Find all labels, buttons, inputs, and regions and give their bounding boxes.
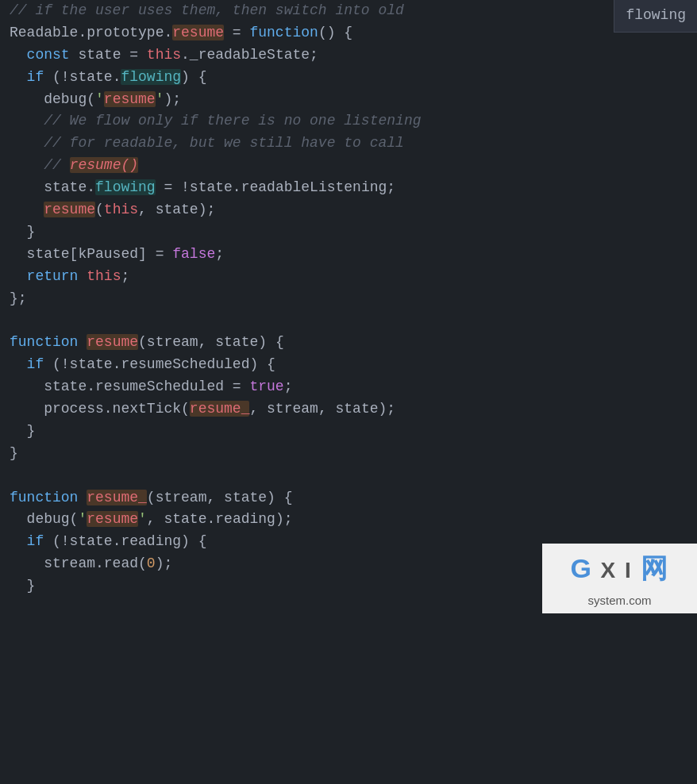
code-line: function resume(stream, state) { [0, 332, 697, 354]
code-line: const state = this._readableState; [0, 44, 697, 67]
code-line: state.resumeScheduled = true; [0, 376, 697, 398]
code-line: // resume() [0, 155, 697, 177]
code-line: state[kPaused] = false; [0, 244, 697, 266]
flowing-highlight: flowing [121, 69, 181, 85]
code-line: return this; [0, 266, 697, 288]
code-line: // We flow only if there is no one liste… [0, 110, 697, 133]
code-line: // for readable, but we still have to ca… [0, 133, 697, 155]
code-editor: flowing // if the user uses them, then s… [0, 0, 697, 613]
code-line: state.flowing = !state.readableListening… [0, 177, 697, 199]
tooltip-popup: flowing [614, 0, 697, 33]
code-line [0, 465, 697, 487]
flowing-highlight: flowing [95, 179, 156, 195]
code-line: // if the user uses them, then switch in… [0, 0, 697, 22]
code-line: } [0, 421, 697, 443]
code-line [0, 309, 697, 332]
resume-highlight: resume_ [87, 490, 147, 505]
resume-highlight: resume [172, 25, 224, 40]
code-line: debug('resume', state.reading); [0, 509, 697, 531]
watermark: G X I 网 system.com [542, 544, 697, 613]
resume-highlight: resume [87, 334, 138, 350]
code-line: if (!state.flowing) { [0, 67, 697, 89]
code-line: }; [0, 288, 697, 310]
code-line: resume(this, state); [0, 199, 697, 221]
code-line: } [0, 221, 697, 244]
code-line: debug('resume'); [0, 89, 697, 111]
tooltip-text: flowing [626, 7, 686, 23]
code-line: function resume_(stream, state) { [0, 487, 697, 509]
code-line: process.nextTick(resume_, stream, state)… [0, 398, 697, 421]
code-line: Readable.prototype.resume = function() { [0, 22, 697, 44]
code-line: } [0, 443, 697, 465]
code-line: if (!state.resumeScheduled) { [0, 354, 697, 376]
watermark-url: system.com [587, 591, 651, 609]
